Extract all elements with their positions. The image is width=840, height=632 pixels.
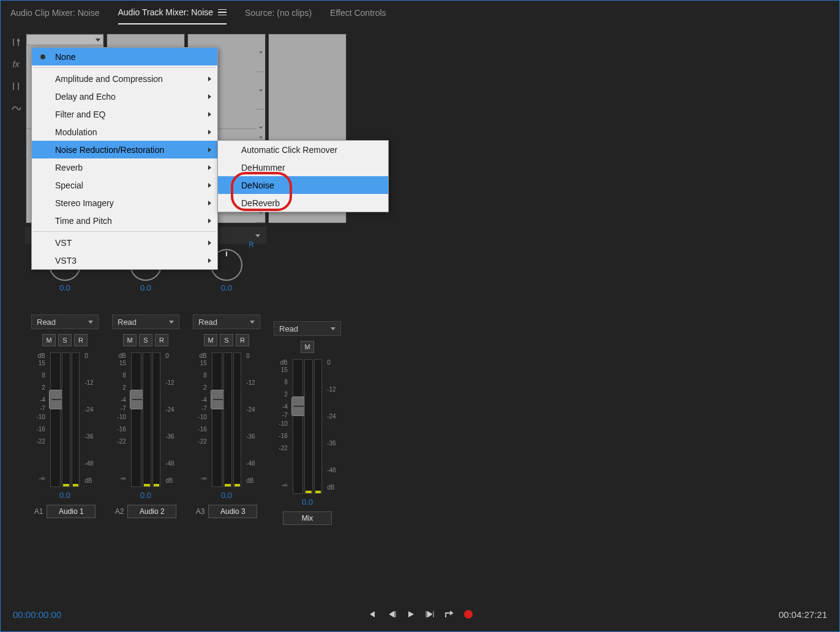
menu-item-delay[interactable]: Delay and Echo <box>32 87 217 105</box>
record-arm-button[interactable]: R <box>74 334 88 346</box>
scale-tick: 0 <box>165 352 169 359</box>
timecode-current[interactable]: 00:00:00:00 <box>13 609 61 620</box>
step-back-button[interactable] <box>387 610 397 619</box>
menu-label: VST3 <box>55 256 77 266</box>
solo-button[interactable]: S <box>139 334 152 346</box>
automation-mode-dropdown[interactable]: Read <box>31 314 99 329</box>
msr-row: M S R <box>204 334 249 346</box>
record-button[interactable] <box>464 610 473 619</box>
menu-item-vst[interactable]: VST <box>32 234 217 251</box>
scale-tick: 15 <box>39 360 45 366</box>
scale-tick: 0 <box>84 352 88 359</box>
pan-r-label: R <box>249 240 254 249</box>
scale-tick: -16 <box>117 426 126 433</box>
read-label: Read <box>118 318 137 327</box>
effect-slot-dropdown[interactable] <box>26 34 103 45</box>
sends-icon[interactable] <box>12 81 20 91</box>
meter-fill <box>63 484 69 486</box>
chevron-right-icon <box>208 76 211 81</box>
menu-item-vst3[interactable]: VST3 <box>32 251 217 269</box>
fader-value[interactable]: 0.0 <box>302 497 313 507</box>
menu-label: Delay and Echo <box>55 92 116 102</box>
mute-button[interactable]: M <box>123 334 137 346</box>
menu-item-dehummer[interactable]: DeHummer <box>218 158 388 176</box>
menu-item-time-pitch[interactable]: Time and Pitch <box>32 212 217 229</box>
track-name-input[interactable]: Mix <box>283 511 332 525</box>
record-arm-button[interactable]: R <box>155 334 168 346</box>
automation-mode-dropdown[interactable]: Read <box>112 314 179 329</box>
menu-label: Special <box>55 180 83 190</box>
scale-tick: -36 <box>246 433 255 440</box>
meter-fill <box>225 484 231 486</box>
meter-scale-right: 0-12-24-36-48dB <box>162 352 179 487</box>
track-name-input[interactable]: Audio 2 <box>127 505 176 518</box>
menu-item-amplitude[interactable]: Amplitude and Compression <box>32 70 217 87</box>
automation-mode-dropdown[interactable]: Read <box>193 314 260 329</box>
mute-button[interactable]: M <box>42 334 56 346</box>
automation-mode-dropdown[interactable]: Read <box>274 321 341 336</box>
menu-item-modulation[interactable]: Modulation <box>32 123 217 141</box>
level-meter <box>314 359 323 494</box>
mute-button[interactable]: M <box>204 334 217 346</box>
tab-audio-track-mixer[interactable]: Audio Track Mixer: Noise <box>118 1 227 24</box>
pan-value[interactable]: 0.0 <box>59 283 70 292</box>
scale-tick: 8 <box>284 379 288 385</box>
fader-track[interactable] <box>131 352 141 487</box>
fader-value[interactable]: 0.0 <box>221 491 232 500</box>
menu-item-auto-click-remover[interactable]: Automatic Click Remover <box>218 141 388 158</box>
fx-icon[interactable]: fx <box>13 59 20 69</box>
go-to-out-button[interactable] <box>425 610 435 619</box>
level-meter <box>304 359 313 494</box>
tab-effect-controls[interactable]: Effect Controls <box>330 2 386 24</box>
scale-tick: 2 <box>42 384 45 391</box>
track-name-input[interactable]: Audio 3 <box>208 505 257 518</box>
fader-value[interactable]: 0.0 <box>59 491 70 500</box>
solo-button[interactable]: S <box>58 334 72 346</box>
scale-tick: 15 <box>281 366 288 373</box>
effects-toggle-icon[interactable] <box>11 37 21 47</box>
go-to-in-button[interactable] <box>367 610 377 619</box>
menu-item-none[interactable]: None <box>32 48 217 65</box>
chevron-right-icon <box>208 165 211 170</box>
menu-item-denoise[interactable]: DeNoise <box>218 176 388 194</box>
track-name-input[interactable]: Audio 1 <box>47 505 96 518</box>
play-button[interactable] <box>407 610 415 619</box>
scale-tick: -48 <box>84 460 93 467</box>
menu-item-stereo[interactable]: Stereo Imagery <box>32 194 217 212</box>
effect-slot-arrow[interactable] <box>257 34 265 72</box>
menu-item-filter[interactable]: Filter and EQ <box>32 105 217 123</box>
track-footer: A3 Audio 3 <box>196 505 258 518</box>
menu-item-special[interactable]: Special <box>32 176 217 194</box>
scale-tick: -48 <box>327 467 336 474</box>
pan-value[interactable]: 0.0 <box>140 283 151 292</box>
fader-scale-left: dB1582-4-7-10-16-22-∞ <box>112 352 130 487</box>
scale-tick: dB <box>327 484 334 491</box>
scale-tick: -22 <box>198 438 206 445</box>
pan-value[interactable]: 0.0 <box>221 283 232 292</box>
tab-source[interactable]: Source: (no clips) <box>245 2 312 24</box>
scale-tick: -10 <box>36 414 45 420</box>
scale-tick: -12 <box>84 379 93 386</box>
mute-button[interactable]: M <box>301 341 314 353</box>
record-arm-button[interactable]: R <box>236 334 249 346</box>
meter-scale-right: 0-12-24-36-48dB <box>81 352 99 487</box>
effect-slot-arrow[interactable] <box>257 72 265 110</box>
automation-icon[interactable] <box>11 103 21 112</box>
meter-fill <box>234 484 241 486</box>
loop-button[interactable] <box>444 610 454 619</box>
scale-tick: -12 <box>327 386 336 393</box>
fader-track[interactable] <box>50 352 61 487</box>
fader-area: dB1582-4-7-10-16-22-∞ 0-12-24-36-48dB <box>193 352 260 487</box>
scale-tick: 15 <box>119 360 126 366</box>
menu-item-reverb[interactable]: Reverb <box>32 158 217 176</box>
scale-tick: 2 <box>203 384 207 391</box>
menu-item-noise-reduction[interactable]: Noise Reduction/Restoration <box>32 141 217 158</box>
scale-tick: 8 <box>203 372 207 379</box>
panel-menu-icon[interactable] <box>218 9 227 16</box>
fader-value[interactable]: 0.0 <box>140 491 151 500</box>
fader-track[interactable] <box>293 359 303 494</box>
solo-button[interactable]: S <box>220 334 233 346</box>
tab-audio-clip-mixer[interactable]: Audio Clip Mixer: Noise <box>10 2 100 24</box>
fader-track[interactable] <box>212 352 222 487</box>
menu-item-dereverb[interactable]: DeReverb <box>218 194 388 212</box>
